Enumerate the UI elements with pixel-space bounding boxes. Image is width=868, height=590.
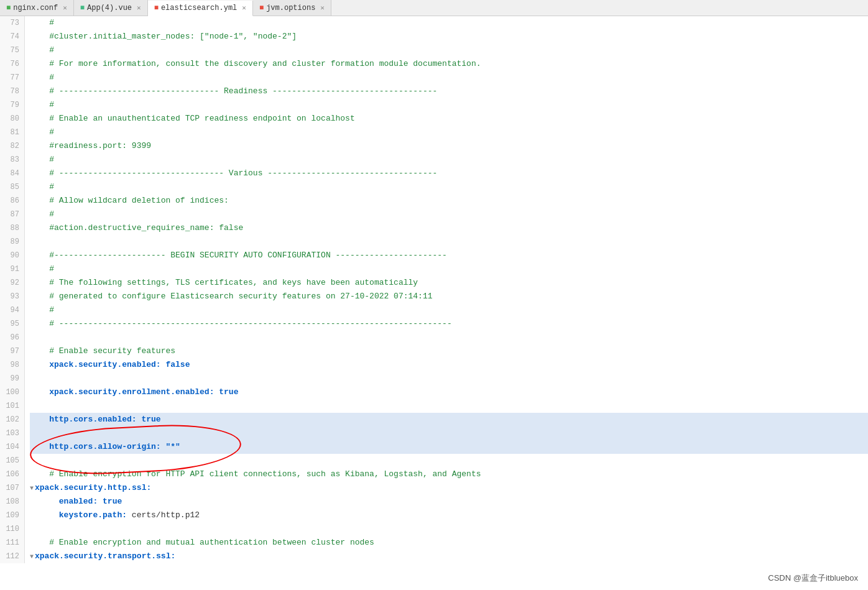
config-key: keystore.path: xyxy=(30,510,132,520)
code-line: # xyxy=(30,98,868,112)
config-key: xpack.security.enrollment.enabled: xyxy=(30,387,219,397)
code-line: xpack.security.enabled: false xyxy=(30,358,868,372)
tab-vue-icon: ■ xyxy=(80,4,85,12)
line-number: 99 xyxy=(2,372,19,385)
tab-vue-label: App(4).vue xyxy=(87,4,132,12)
line-number: 74 xyxy=(2,30,19,44)
line-number: 88 xyxy=(2,221,19,235)
line-number: 105 xyxy=(2,454,19,468)
code-line: # The following settings, TLS certificat… xyxy=(30,276,868,290)
line-number: 78 xyxy=(2,85,19,98)
line-number: 101 xyxy=(2,399,19,413)
code-line: # xyxy=(30,180,868,194)
code-line: http.cors.enabled: true xyxy=(30,413,868,426)
config-key: xpack.security.http.ssl: xyxy=(35,483,151,492)
code-line: # Enable an unauthenticated TCP readines… xyxy=(30,112,868,126)
code-line: # xyxy=(30,153,868,167)
tab-jvm[interactable]: ■ jvm.options ✕ xyxy=(253,0,331,16)
config-key: xpack.security.enabled: xyxy=(30,360,165,369)
line-number: 108 xyxy=(2,495,19,509)
fold-icon[interactable]: ▼ xyxy=(30,553,34,560)
code-line: # xyxy=(30,262,868,276)
code-line: # xyxy=(30,208,868,221)
tab-yaml-icon: ■ xyxy=(154,4,159,12)
comment-text: # xyxy=(30,155,54,164)
comment-text: # Enable security features xyxy=(30,346,175,356)
config-key: enabled: xyxy=(30,497,103,506)
comment-text: # xyxy=(30,210,54,219)
comment-text: # xyxy=(30,18,54,27)
code-line: # xyxy=(30,16,868,30)
line-number: 106 xyxy=(2,468,19,481)
code-line xyxy=(30,331,868,344)
comment-text: #readiness.port: 9399 xyxy=(30,141,151,150)
tab-jvm-icon: ■ xyxy=(259,4,264,12)
line-number: 80 xyxy=(2,112,19,126)
line-number: 107 xyxy=(2,481,19,495)
comment-text: # Enable an unauthenticated TCP readines… xyxy=(30,114,355,123)
line-number: 98 xyxy=(2,358,19,372)
code-line: # generated to configure Elasticsearch s… xyxy=(30,290,868,303)
code-line xyxy=(30,454,868,468)
line-number: 110 xyxy=(2,522,19,536)
config-value: certs/http.p12 xyxy=(132,510,200,520)
fold-icon[interactable]: ▼ xyxy=(30,485,34,492)
comment-text: # The following settings, TLS certificat… xyxy=(30,278,418,287)
line-number: 100 xyxy=(2,385,19,399)
comment-text: # xyxy=(30,45,54,55)
comment-text: # xyxy=(30,100,54,109)
line-number: 84 xyxy=(2,167,19,180)
comment-text: # Enable encryption for HTTP API client … xyxy=(30,469,481,479)
line-number: 83 xyxy=(2,153,19,167)
line-number: 75 xyxy=(2,44,19,57)
comment-text: #cluster.initial_master_nodes: ["node-1"… xyxy=(30,32,297,41)
code-container: 7374757677787980818283848586878889909192… xyxy=(0,16,868,563)
tab-yaml-label: elasticsearch.yml xyxy=(161,4,237,12)
config-value: false xyxy=(165,360,190,369)
code-line: #action.destructive_requires_name: false xyxy=(30,221,868,235)
tab-nginx[interactable]: ■ nginx.conf ✕ xyxy=(0,0,74,16)
line-number: 92 xyxy=(2,276,19,290)
tab-jvm-close[interactable]: ✕ xyxy=(320,4,325,12)
line-number: 73 xyxy=(2,16,19,30)
code-line: # xyxy=(30,44,868,57)
line-number: 111 xyxy=(2,536,19,550)
code-line: # xyxy=(30,303,868,317)
comment-text: # Enable encryption and mutual authentic… xyxy=(30,538,374,547)
code-line: # For more information, consult the disc… xyxy=(30,57,868,71)
tab-vue-close[interactable]: ✕ xyxy=(137,4,141,12)
line-number: 94 xyxy=(2,303,19,317)
line-number: 76 xyxy=(2,57,19,71)
code-line: # Enable encryption for HTTP API client … xyxy=(30,468,868,481)
code-line: http.cors.allow-origin: "*" xyxy=(30,440,868,454)
config-value: "*" xyxy=(165,442,180,451)
code-line: ▼xpack.security.transport.ssl: xyxy=(30,550,868,563)
line-number: 87 xyxy=(2,208,19,221)
comment-text: # Allow wildcard deletion of indices: xyxy=(30,196,229,205)
code-line: enabled: true xyxy=(30,495,868,509)
tab-yaml-close[interactable]: ✕ xyxy=(242,4,246,12)
line-number: 112 xyxy=(2,550,19,563)
config-key: http.cors.allow-origin: xyxy=(30,442,165,451)
line-number: 103 xyxy=(2,426,19,440)
config-value: true xyxy=(141,415,160,424)
line-number: 97 xyxy=(2,344,19,358)
code-line: # xyxy=(30,71,868,85)
line-number: 104 xyxy=(2,440,19,454)
comment-text: # xyxy=(30,73,54,82)
tab-nginx-label: nginx.conf xyxy=(13,4,58,12)
code-line xyxy=(30,399,868,413)
line-number: 96 xyxy=(2,331,19,344)
line-number: 90 xyxy=(2,249,19,262)
line-numbers: 7374757677787980818283848586878889909192… xyxy=(0,16,25,563)
tab-app-vue[interactable]: ■ App(4).vue ✕ xyxy=(74,0,148,16)
code-line: ▼xpack.security.http.ssl: xyxy=(30,481,868,495)
tab-elasticsearch[interactable]: ■ elasticsearch.yml ✕ xyxy=(148,1,253,16)
line-number: 89 xyxy=(2,235,19,249)
tab-jvm-label: jvm.options xyxy=(266,4,315,12)
tab-nginx-close[interactable]: ✕ xyxy=(63,4,67,12)
comment-text: # xyxy=(30,264,54,274)
line-number: 79 xyxy=(2,98,19,112)
line-number: 77 xyxy=(2,71,19,85)
line-number: 102 xyxy=(2,413,19,426)
